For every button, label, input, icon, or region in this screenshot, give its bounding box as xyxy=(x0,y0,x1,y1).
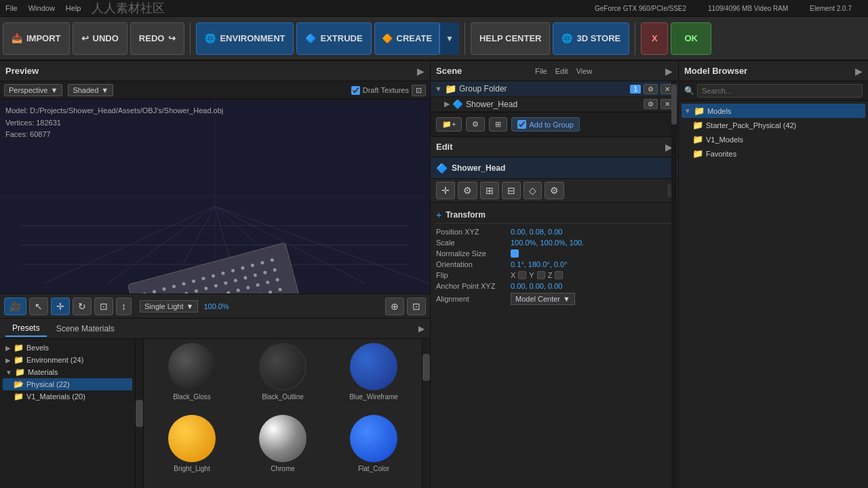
maximize-button[interactable]: ⊡ xyxy=(412,85,426,96)
grid-tool-button[interactable]: ⊞ xyxy=(480,182,499,199)
mat-tree-scrollbar[interactable] xyxy=(136,339,144,488)
shower-settings-button[interactable]: ⚙ xyxy=(644,99,658,109)
scene-view-menu[interactable]: View xyxy=(576,67,593,75)
mat-item-bright-light[interactable]: Bright_Light xyxy=(148,415,236,484)
undo-icon: ↩ xyxy=(81,33,89,43)
rotate-button[interactable]: ↻ xyxy=(73,298,92,315)
shaded-select[interactable]: Shaded ▼ xyxy=(68,84,113,96)
mat-item-black-outline[interactable]: Black_Outline xyxy=(239,343,327,412)
add-to-group-button[interactable]: Add to Group xyxy=(511,117,579,131)
svg-point-55 xyxy=(275,278,279,282)
menu-window[interactable]: Window xyxy=(28,4,55,12)
extrude-button[interactable]: 🔷 EXTRUDE xyxy=(296,22,371,55)
menu-file[interactable]: File xyxy=(5,4,18,12)
extrude-icon: 🔷 xyxy=(305,33,316,43)
draft-textures-checkbox[interactable] xyxy=(351,86,360,95)
mb-starter-pack-item[interactable]: 📁 Starter_Pack_Physical (42) xyxy=(682,118,865,132)
view-controls: Perspective ▼ Shaded ▼ Draft Textures ⊡ xyxy=(0,81,430,100)
viewport[interactable]: 人人素材社区 xyxy=(0,100,430,293)
perspective-label: Perspective xyxy=(9,86,47,94)
flip-z-checkbox[interactable] xyxy=(555,271,563,279)
scale-button[interactable]: ⊡ xyxy=(94,298,113,315)
mat-item-blue-wireframe[interactable]: Blue_Wireframe xyxy=(330,343,418,412)
select-button[interactable]: ↖ xyxy=(29,298,48,315)
mat-item-flat-color[interactable]: Flat_Color xyxy=(330,415,418,484)
mb-scrollbar-track xyxy=(671,81,677,488)
mb-v1-models-item[interactable]: 📁 V1_Models xyxy=(682,132,865,146)
light-select[interactable]: Single Light ▼ xyxy=(140,300,198,312)
group-folder-label: Group Folder xyxy=(459,84,628,94)
scene-collapse[interactable]: ▶ xyxy=(665,66,673,77)
create-button[interactable]: 🔶 CREATE xyxy=(374,22,439,55)
model-browser-collapse[interactable]: ▶ xyxy=(855,66,863,77)
gear-tool-button[interactable]: ⚙ xyxy=(545,182,564,199)
settings-tool-button[interactable]: ⚙ xyxy=(458,182,477,199)
tree-item-bevels[interactable]: ▶ 📁 Bevels xyxy=(3,342,132,354)
tree-item-environment[interactable]: ▶ 📁 Environment (24) xyxy=(3,354,132,366)
mat-sphere-bright-light xyxy=(168,415,216,462)
anchor-value[interactable]: 0.00, 0.00, 0.00 xyxy=(511,282,562,290)
shower-head-controls: ⚙ ✕ xyxy=(644,99,674,109)
scene-file-menu[interactable]: File xyxy=(535,67,547,75)
mat-item-chrome[interactable]: Chrome xyxy=(239,415,327,484)
mat-name-black-gloss: Black_Gloss xyxy=(173,393,211,401)
materials-tree: ▶ 📁 Bevels ▶ 📁 Environment (24) ▼ 📁 Mate… xyxy=(0,339,136,488)
scene-group-folder-row[interactable]: ▼ 📁 Group Folder 1 ⚙ ✕ xyxy=(431,81,678,97)
perspective-select[interactable]: Perspective ▼ xyxy=(4,84,62,96)
new-folder-button[interactable]: 📁+ xyxy=(436,117,462,131)
help-center-button[interactable]: HELP CENTER xyxy=(471,22,551,55)
multi-tool-button[interactable]: ⊟ xyxy=(502,182,521,199)
orientation-value[interactable]: 0.1°, 180.0°, 0.0° xyxy=(511,260,568,268)
model-browser-search-input[interactable] xyxy=(697,84,863,98)
position-value[interactable]: 0.00, 0.08, 0.00 xyxy=(511,228,562,236)
mat-item-black-gloss[interactable]: Black_Gloss xyxy=(148,343,236,412)
import-button[interactable]: 📥 IMPORT xyxy=(3,22,70,55)
shape-tool-button[interactable]: ◇ xyxy=(524,182,542,199)
scene-edit-menu[interactable]: Edit xyxy=(555,67,568,75)
mb-scrollbar-thumb[interactable] xyxy=(671,84,677,125)
ok-button[interactable]: OK xyxy=(671,22,711,55)
tree-item-materials[interactable]: ▼ 📁 Materials xyxy=(3,366,132,378)
undo-button[interactable]: ↩ UNDO xyxy=(73,22,127,55)
scene-materials-tab[interactable]: Scene Materials xyxy=(50,321,121,336)
tree-item-physical[interactable]: 📂 Physical (22) xyxy=(3,378,132,390)
mb-favorites-item[interactable]: 📁 Favorites xyxy=(682,146,865,161)
preview-collapse[interactable]: ▶ xyxy=(417,66,425,77)
group-folder-badge: 1 xyxy=(630,85,641,94)
alignment-dropdown[interactable]: Model Center ▼ xyxy=(511,293,575,305)
fullscreen-button[interactable]: ⊡ xyxy=(407,298,426,315)
svg-point-68 xyxy=(269,290,273,293)
menu-help[interactable]: Help xyxy=(66,4,81,12)
scene-shower-head-row[interactable]: ▶ 🔷 Shower_Head ⚙ ✕ xyxy=(431,97,678,112)
move-button[interactable]: ✛ xyxy=(51,298,70,315)
mb-favorites-label: Favorites xyxy=(706,150,736,158)
tree-item-v1-materials[interactable]: 📁 V1_Materials (20) xyxy=(3,390,132,403)
presets-tab[interactable]: Presets xyxy=(5,321,47,337)
target-button[interactable]: ⊕ xyxy=(385,298,404,315)
svg-line-3 xyxy=(43,206,215,283)
add-to-group-checkbox[interactable] xyxy=(517,120,526,129)
close-button[interactable]: X xyxy=(641,22,668,55)
mat-sphere-black-outline xyxy=(259,343,307,390)
scene-settings-button[interactable]: ⚙ xyxy=(466,117,485,131)
group-settings-button[interactable]: ⚙ xyxy=(644,84,658,94)
flip-x-checkbox[interactable] xyxy=(518,271,526,279)
create-dropdown-arrow[interactable]: ▼ xyxy=(439,22,459,55)
create-button-group[interactable]: 🔶 CREATE ▼ xyxy=(374,22,459,55)
normalize-checkbox[interactable] xyxy=(511,249,519,258)
v1-materials-label: V1_Materials (20) xyxy=(26,392,85,401)
materials-collapse[interactable]: ▶ xyxy=(418,324,425,333)
add-to-group-label: Add to Group xyxy=(529,121,573,129)
preview-title: Preview xyxy=(5,66,39,76)
resize-button[interactable]: ↕ xyxy=(116,298,132,315)
camera-button[interactable]: 🎥 xyxy=(4,298,26,315)
mb-models-item[interactable]: ▼ 📁 Models xyxy=(682,104,865,118)
environment-button[interactable]: 🌐 ENVIRONMENT xyxy=(196,22,294,55)
redo-button[interactable]: REDO ↪ xyxy=(130,22,185,55)
store-button[interactable]: 🌐 3D STORE xyxy=(553,22,629,55)
scale-value[interactable]: 100.0%, 100.0%, 100. xyxy=(511,239,584,247)
scene-grid-button[interactable]: ⊞ xyxy=(489,117,507,131)
mat-grid-scrollbar[interactable] xyxy=(422,339,430,488)
flip-y-checkbox[interactable] xyxy=(537,271,545,279)
move-tool-button[interactable]: ✛ xyxy=(436,182,455,199)
